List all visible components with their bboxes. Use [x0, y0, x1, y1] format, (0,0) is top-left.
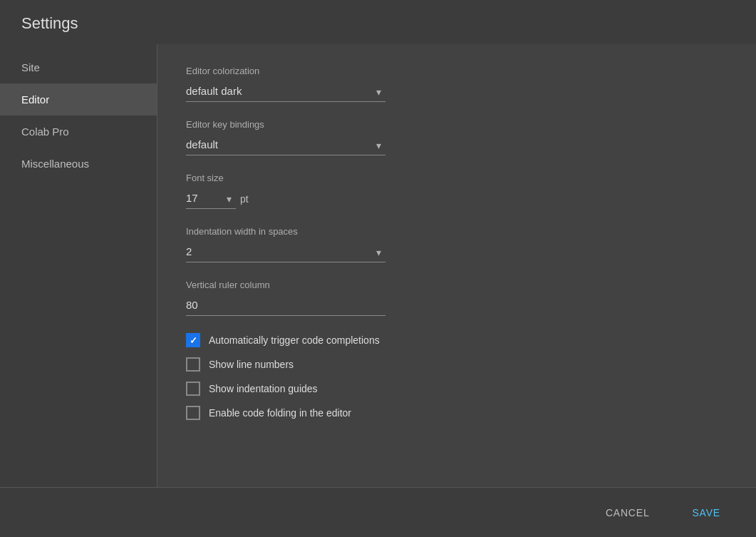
checkbox-code-folding[interactable]: Enable code folding in the editor — [186, 406, 727, 420]
indentation-group: Indentation width in spaces 2 4 8 ▾ — [186, 226, 727, 262]
checkbox-code-folding-control[interactable] — [186, 406, 200, 420]
sidebar: Site Editor Colab Pro Miscellaneous — [0, 44, 157, 487]
checkbox-line-numbers-label: Show line numbers — [209, 359, 294, 370]
font-size-label: Font size — [186, 173, 727, 183]
colorization-select[interactable]: default dark default light monokai solar… — [186, 82, 385, 102]
checkbox-indentation-guides-label: Show indentation guides — [209, 383, 318, 394]
font-size-group: Font size 10 11 12 13 14 15 16 17 18 — [186, 173, 727, 209]
font-size-row: 10 11 12 13 14 15 16 17 18 20 24 ▾ — [186, 189, 727, 209]
checkbox-indentation-guides[interactable]: Show indentation guides — [186, 382, 727, 396]
save-button[interactable]: SAVE — [678, 501, 735, 524]
font-size-unit: pt — [240, 193, 249, 205]
checkbox-line-numbers-control[interactable] — [186, 357, 200, 372]
dialog-body: Site Editor Colab Pro Miscellaneous Edit… — [0, 44, 756, 487]
font-size-select[interactable]: 10 11 12 13 14 15 16 17 18 20 24 — [186, 189, 236, 209]
ruler-column-label: Vertical ruler column — [186, 280, 727, 290]
indentation-select-wrapper: 2 4 8 ▾ — [186, 242, 385, 262]
sidebar-item-miscellaneous[interactable]: Miscellaneous — [0, 148, 157, 180]
indentation-select[interactable]: 2 4 8 — [186, 242, 385, 262]
sidebar-item-site[interactable]: Site — [0, 51, 157, 83]
dialog-header: Settings — [0, 0, 756, 44]
dialog-title: Settings — [21, 14, 735, 33]
key-bindings-label: Editor key bindings — [186, 119, 727, 130]
key-bindings-group: Editor key bindings default vim emacs ▾ — [186, 119, 727, 155]
key-bindings-select[interactable]: default vim emacs — [186, 135, 385, 155]
sidebar-item-editor[interactable]: Editor — [0, 83, 157, 116]
dialog-footer: CANCEL SAVE — [0, 487, 756, 537]
ruler-column-group: Vertical ruler column — [186, 280, 727, 316]
colorization-label: Editor colorization — [186, 66, 727, 76]
checkbox-auto-complete-label: Automatically trigger code completions — [209, 334, 380, 346]
cancel-button[interactable]: CANCEL — [591, 501, 664, 524]
sidebar-item-colab-pro[interactable]: Colab Pro — [0, 116, 157, 148]
checkbox-code-folding-label: Enable code folding in the editor — [209, 407, 351, 419]
checkbox-indentation-guides-control[interactable] — [186, 382, 200, 396]
indentation-label: Indentation width in spaces — [186, 226, 727, 237]
colorization-group: Editor colorization default dark default… — [186, 66, 727, 102]
checkbox-auto-complete-control[interactable] — [186, 333, 200, 347]
checkbox-line-numbers[interactable]: Show line numbers — [186, 357, 727, 372]
checkbox-auto-complete[interactable]: Automatically trigger code completions — [186, 333, 727, 347]
key-bindings-select-wrapper: default vim emacs ▾ — [186, 135, 385, 155]
ruler-column-input[interactable] — [186, 296, 385, 316]
editor-settings-content: Editor colorization default dark default… — [157, 44, 756, 487]
settings-dialog: Settings Site Editor Colab Pro Miscellan… — [0, 0, 756, 537]
font-size-select-wrapper: 10 11 12 13 14 15 16 17 18 20 24 ▾ — [186, 189, 236, 209]
colorization-select-wrapper: default dark default light monokai solar… — [186, 82, 385, 102]
